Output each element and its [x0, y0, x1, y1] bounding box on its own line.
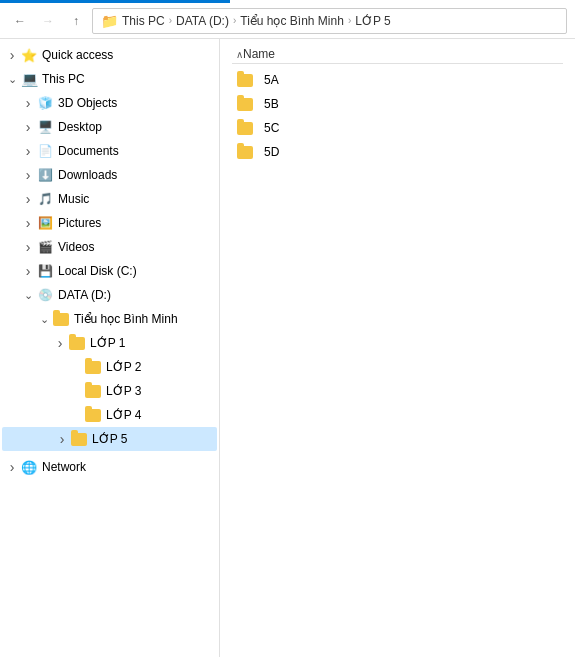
back-button[interactable]: ←	[8, 9, 32, 33]
sort-arrow-up: ∧	[236, 49, 243, 60]
lop3-label: LỚP 3	[106, 384, 141, 398]
folder-5a-icon	[236, 71, 254, 89]
expand-local-c[interactable]	[20, 263, 36, 279]
expand-documents[interactable]	[20, 143, 36, 159]
expand-data-d[interactable]	[20, 287, 36, 303]
toolbar: ← → ↑ 📁 This PC › DATA (D:) › Tiểu học B…	[0, 3, 575, 39]
sidebar-item-lop4[interactable]: LỚP 4	[0, 403, 219, 427]
expand-lop3	[68, 383, 84, 399]
content-header: ∧ Name	[232, 47, 563, 64]
expand-downloads[interactable]	[20, 167, 36, 183]
breadcrumb-bar[interactable]: 📁 This PC › DATA (D:) › Tiểu học Bình Mi…	[92, 8, 567, 34]
sidebar-item-documents[interactable]: 📄 Documents	[0, 139, 219, 163]
sep1: ›	[169, 15, 172, 26]
sidebar-item-lop1[interactable]: LỚP 1	[0, 331, 219, 355]
column-name[interactable]: Name	[243, 47, 275, 61]
videos-label: Videos	[58, 240, 94, 254]
sidebar: ⭐ Quick access 💻 This PC 🧊 3D Objects 🖥️…	[0, 39, 220, 657]
lop5-folder-icon	[70, 430, 88, 448]
file-item-5b[interactable]: 5B	[232, 92, 563, 116]
sidebar-item-lop2[interactable]: LỚP 2	[0, 355, 219, 379]
breadcrumb-tieuhoc[interactable]: Tiểu học Bình Minh	[240, 14, 344, 28]
sidebar-item-desktop[interactable]: 🖥️ Desktop	[0, 115, 219, 139]
sidebar-item-videos[interactable]: 🎬 Videos	[0, 235, 219, 259]
sidebar-item-downloads[interactable]: ⬇️ Downloads	[0, 163, 219, 187]
videos-icon: 🎬	[36, 238, 54, 256]
lop2-folder-icon	[84, 358, 102, 376]
downloads-label: Downloads	[58, 168, 117, 182]
3d-icon: 🧊	[36, 94, 54, 112]
network-icon: 🌐	[20, 458, 38, 476]
downloads-icon: ⬇️	[36, 166, 54, 184]
folder-icon-small: 📁	[101, 13, 118, 29]
documents-icon: 📄	[36, 142, 54, 160]
expand-videos[interactable]	[20, 239, 36, 255]
expand-music[interactable]	[20, 191, 36, 207]
main-container: ⭐ Quick access 💻 This PC 🧊 3D Objects 🖥️…	[0, 39, 575, 657]
lop1-label: LỚP 1	[90, 336, 125, 350]
forward-button[interactable]: →	[36, 9, 60, 33]
lop1-folder-icon	[68, 334, 86, 352]
pictures-icon: 🖼️	[36, 214, 54, 232]
this-pc-label: This PC	[42, 72, 85, 86]
sep2: ›	[233, 15, 236, 26]
expand-this-pc[interactable]	[4, 71, 20, 87]
lop4-label: LỚP 4	[106, 408, 141, 422]
disk-c-icon: 💾	[36, 262, 54, 280]
music-label: Music	[58, 192, 89, 206]
expand-pictures[interactable]	[20, 215, 36, 231]
pc-icon: 💻	[20, 70, 38, 88]
tieu-hoc-folder-icon	[52, 310, 70, 328]
sidebar-item-network[interactable]: 🌐 Network	[0, 455, 219, 479]
lop2-label: LỚP 2	[106, 360, 141, 374]
quick-access-label: Quick access	[42, 48, 113, 62]
expand-lop2	[68, 359, 84, 375]
local-disk-c-label: Local Disk (C:)	[58, 264, 137, 278]
folder-5b-name: 5B	[264, 97, 279, 111]
sidebar-item-music[interactable]: 🎵 Music	[0, 187, 219, 211]
expand-lop1[interactable]	[52, 335, 68, 351]
data-d-label: DATA (D:)	[58, 288, 111, 302]
expand-tieu-hoc[interactable]	[36, 311, 52, 327]
tieu-hoc-label: Tiểu học Bình Minh	[74, 312, 178, 326]
sidebar-item-this-pc[interactable]: 💻 This PC	[0, 67, 219, 91]
breadcrumb-lop5[interactable]: LỚP 5	[355, 14, 390, 28]
sep3: ›	[348, 15, 351, 26]
sidebar-item-local-disk-c[interactable]: 💾 Local Disk (C:)	[0, 259, 219, 283]
expand-desktop[interactable]	[20, 119, 36, 135]
sidebar-item-lop5[interactable]: LỚP 5	[2, 427, 217, 451]
sidebar-item-lop3[interactable]: LỚP 3	[0, 379, 219, 403]
desktop-icon: 🖥️	[36, 118, 54, 136]
folder-5d-icon	[236, 143, 254, 161]
3d-objects-label: 3D Objects	[58, 96, 117, 110]
expand-lop5[interactable]	[54, 431, 70, 447]
sidebar-item-quick-access[interactable]: ⭐ Quick access	[0, 43, 219, 67]
breadcrumb-datad[interactable]: DATA (D:)	[176, 14, 229, 28]
lop4-folder-icon	[84, 406, 102, 424]
sidebar-item-3d-objects[interactable]: 🧊 3D Objects	[0, 91, 219, 115]
content-area: ∧ Name 5A 5B 5C 5D	[220, 39, 575, 657]
lop5-label: LỚP 5	[92, 432, 127, 446]
star-icon: ⭐	[20, 46, 38, 64]
folder-5b-icon	[236, 95, 254, 113]
file-item-5d[interactable]: 5D	[232, 140, 563, 164]
breadcrumb-thispc[interactable]: This PC	[122, 14, 165, 28]
folder-5c-name: 5C	[264, 121, 279, 135]
file-item-5c[interactable]: 5C	[232, 116, 563, 140]
sidebar-item-pictures[interactable]: 🖼️ Pictures	[0, 211, 219, 235]
up-button[interactable]: ↑	[64, 9, 88, 33]
folder-5d-name: 5D	[264, 145, 279, 159]
pictures-label: Pictures	[58, 216, 101, 230]
disk-d-icon: 💿	[36, 286, 54, 304]
expand-quick-access[interactable]	[4, 47, 20, 63]
sidebar-item-data-d[interactable]: 💿 DATA (D:)	[0, 283, 219, 307]
folder-5a-name: 5A	[264, 73, 279, 87]
desktop-label: Desktop	[58, 120, 102, 134]
expand-3d[interactable]	[20, 95, 36, 111]
expand-lop4	[68, 407, 84, 423]
file-item-5a[interactable]: 5A	[232, 68, 563, 92]
expand-network[interactable]	[4, 459, 20, 475]
music-icon: 🎵	[36, 190, 54, 208]
sidebar-item-tieu-hoc[interactable]: Tiểu học Bình Minh	[0, 307, 219, 331]
network-label: Network	[42, 460, 86, 474]
